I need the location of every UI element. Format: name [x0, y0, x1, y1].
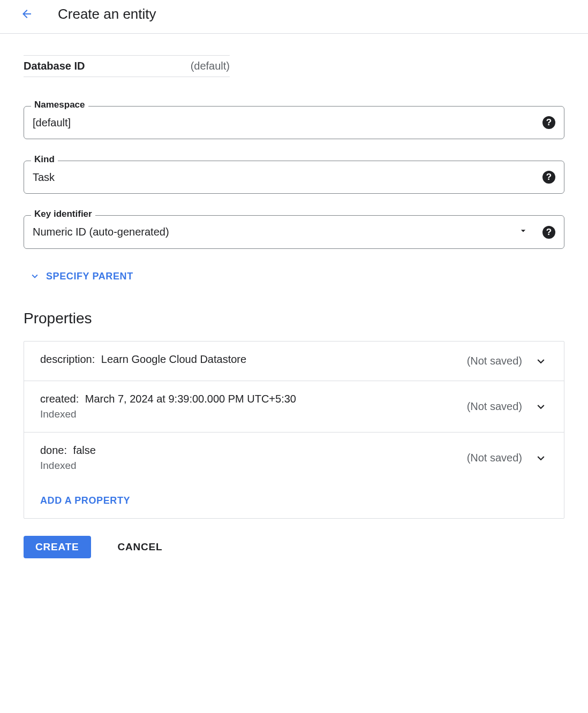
page-header: Create an entity	[0, 0, 588, 34]
form-buttons: CREATE CANCEL	[24, 536, 564, 558]
key-identifier-label: Key identifier	[31, 209, 95, 219]
create-button[interactable]: CREATE	[24, 536, 91, 558]
chevron-down-icon	[29, 270, 41, 282]
page-title: Create an entity	[58, 6, 156, 22]
cancel-button[interactable]: CANCEL	[115, 541, 166, 553]
expand-chevron-icon[interactable]	[534, 400, 548, 414]
property-indexed-label: Indexed	[40, 408, 456, 420]
property-name: done:	[40, 444, 67, 456]
kind-label: Kind	[31, 154, 58, 165]
help-icon[interactable]: ?	[542, 226, 555, 239]
database-id-value: (default)	[191, 60, 230, 72]
add-property-row: ADD A PROPERTY	[24, 483, 564, 518]
namespace-field: Namespace [default] ?	[24, 106, 564, 139]
key-identifier-field: Key identifier Numeric ID (auto-generate…	[24, 215, 564, 249]
key-identifier-value: Numeric ID (auto-generated)	[33, 226, 169, 238]
property-row[interactable]: created: March 7, 2024 at 9:39:00.000 PM…	[24, 381, 564, 433]
properties-heading: Properties	[24, 310, 564, 327]
database-id-label: Database ID	[24, 60, 85, 72]
namespace-label: Namespace	[31, 100, 88, 110]
kind-field: Kind Task ?	[24, 161, 564, 194]
kind-input[interactable]: Task ?	[24, 161, 564, 194]
specify-parent-label: SPECIFY PARENT	[46, 271, 133, 282]
not-saved-label: (Not saved)	[467, 400, 522, 413]
expand-chevron-icon[interactable]	[534, 354, 548, 368]
database-id-row: Database ID (default)	[24, 55, 230, 77]
not-saved-label: (Not saved)	[467, 355, 522, 367]
namespace-value: [default]	[33, 117, 71, 129]
property-row[interactable]: done: falseIndexed(Not saved)	[24, 433, 564, 483]
key-identifier-select[interactable]: Numeric ID (auto-generated) ?	[24, 215, 564, 249]
property-name: description:	[40, 353, 95, 365]
property-value: false	[70, 444, 96, 456]
form-content: Database ID (default) Namespace [default…	[0, 34, 588, 580]
property-row[interactable]: description: Learn Google Cloud Datastor…	[24, 342, 564, 381]
specify-parent-toggle[interactable]: SPECIFY PARENT	[29, 270, 564, 282]
not-saved-label: (Not saved)	[467, 452, 522, 464]
expand-chevron-icon[interactable]	[534, 451, 548, 465]
properties-panel: description: Learn Google Cloud Datastor…	[24, 341, 564, 519]
help-icon[interactable]: ?	[542, 116, 555, 129]
dropdown-arrow-icon	[518, 225, 529, 239]
help-icon[interactable]: ?	[542, 171, 555, 184]
property-indexed-label: Indexed	[40, 460, 456, 472]
property-name: created:	[40, 393, 79, 405]
property-value: Learn Google Cloud Datastore	[98, 353, 246, 365]
back-arrow-icon[interactable]	[18, 5, 35, 22]
add-property-button[interactable]: ADD A PROPERTY	[40, 495, 130, 506]
property-value: March 7, 2024 at 9:39:00.000 PM UTC+5:30	[82, 393, 296, 405]
namespace-input[interactable]: [default] ?	[24, 106, 564, 139]
kind-value: Task	[33, 171, 55, 184]
